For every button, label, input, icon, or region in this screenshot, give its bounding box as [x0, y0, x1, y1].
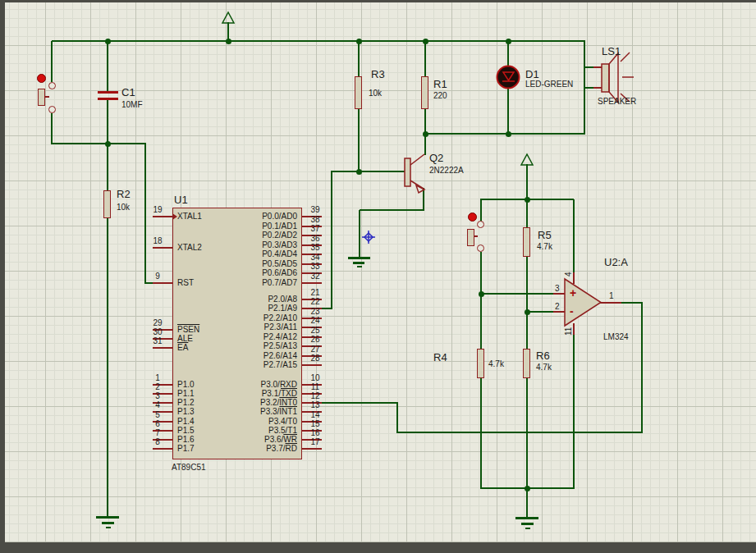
ls1-ref: LS1 — [602, 45, 621, 57]
q2-value: 2N2222A — [429, 166, 464, 175]
origin-marker-icon — [362, 231, 375, 244]
window-edge — [0, 542, 756, 553]
opamp-part-label: LM324 — [603, 332, 629, 341]
schematic-canvas[interactable]: U1 AT89C51 19XTAL118XTAL29RST29PSEN30ALE… — [0, 0, 756, 553]
q2-ref: Q2 — [429, 152, 443, 164]
window-edge — [0, 0, 756, 2]
d1-value: LED-GREEN — [525, 80, 573, 89]
opamp-pin1-number: 1 — [609, 291, 614, 300]
opamp-ref-label: U2:A — [604, 256, 628, 268]
opamp-pin3-number: 3 — [555, 284, 560, 293]
opamp-plus-sign: + — [570, 286, 576, 299]
power-symbol-icon[interactable] — [222, 12, 234, 23]
opamp-pin2-number: 2 — [555, 302, 560, 311]
opamp-pin11-number: 11 — [564, 327, 573, 336]
window-edge — [0, 0, 5, 553]
led-d1[interactable] — [497, 66, 520, 89]
transistor-q2[interactable] — [405, 154, 424, 193]
ls1-value: SPEAKER — [598, 97, 636, 106]
opamp-minus-sign: - — [570, 304, 574, 318]
speaker-ls1[interactable] — [602, 53, 634, 103]
opamp-pin4-number: 4 — [564, 272, 573, 276]
d1-ref: D1 — [525, 68, 539, 80]
power-symbol-icon[interactable] — [521, 154, 533, 165]
